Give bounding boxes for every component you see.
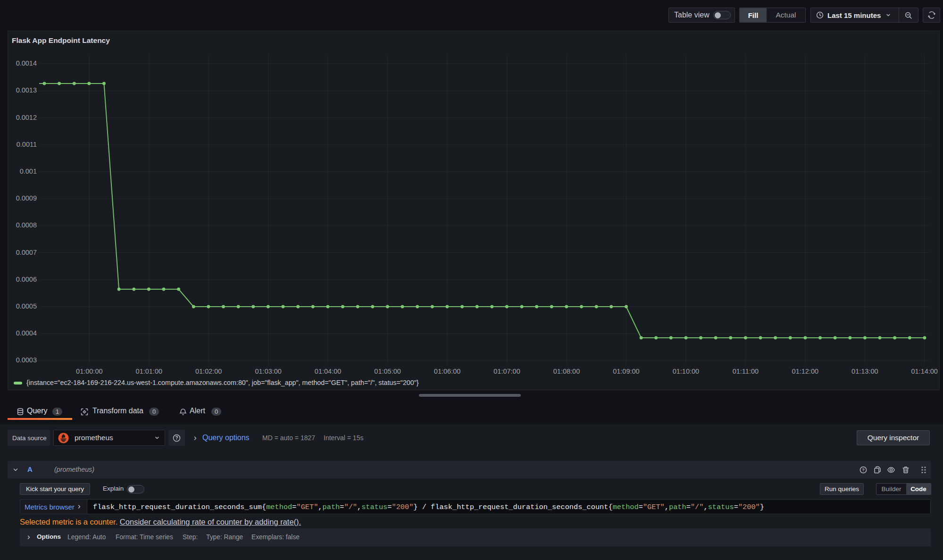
svg-text:0.0013: 0.0013 [16,86,37,94]
svg-text:01:04:00: 01:04:00 [315,368,341,375]
svg-text:0.0011: 0.0011 [17,141,37,148]
svg-text:?: ? [175,435,178,441]
svg-text:01:01:00: 01:01:00 [136,368,162,375]
svg-text:01:13:00: 01:13:00 [851,368,878,375]
svg-text:0.0012: 0.0012 [16,114,37,121]
svg-text:0.0009: 0.0009 [16,194,37,202]
svg-text:0.0007: 0.0007 [16,249,37,256]
svg-text:01:05:00: 01:05:00 [374,368,401,375]
svg-text:01:09:00: 01:09:00 [613,368,639,375]
svg-text:0.0014: 0.0014 [16,59,37,67]
svg-text:0.0006: 0.0006 [16,276,37,283]
svg-text:01:14:00: 01:14:00 [911,368,937,375]
svg-text:0.0003: 0.0003 [16,356,37,364]
svg-text:0.0004: 0.0004 [16,329,37,337]
svg-text:0.0008: 0.0008 [16,221,37,229]
svg-text:01:07:00: 01:07:00 [493,368,520,375]
svg-text:01:08:00: 01:08:00 [553,368,580,375]
svg-text:0.001: 0.001 [20,167,37,175]
svg-text:01:02:00: 01:02:00 [195,368,222,375]
svg-text:01:00:00: 01:00:00 [76,368,102,375]
svg-text:01:06:00: 01:06:00 [434,368,460,375]
svg-text:01:10:00: 01:10:00 [673,368,699,375]
svg-text:0.0005: 0.0005 [16,302,37,310]
svg-text:?: ? [862,467,865,472]
svg-text:01:11:00: 01:11:00 [733,368,759,375]
svg-text:01:03:00: 01:03:00 [255,368,281,375]
svg-text:01:12:00: 01:12:00 [792,368,818,375]
